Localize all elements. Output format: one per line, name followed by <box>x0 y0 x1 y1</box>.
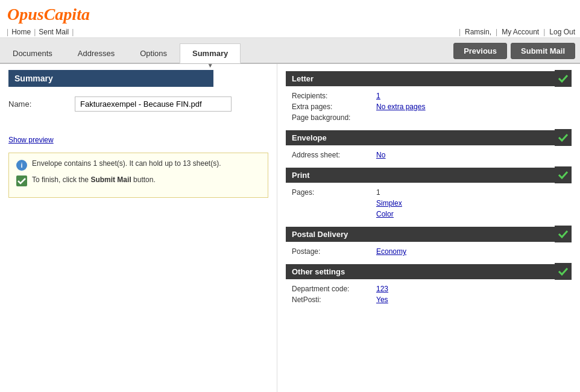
print-title: Print <box>286 168 555 183</box>
simplex-row: Simplex <box>286 198 572 209</box>
address-sheet-row: Address sheet: No <box>286 150 572 160</box>
name-label: Name: <box>8 100 75 109</box>
extra-pages-value[interactable]: No extra pages <box>376 103 425 111</box>
nav-sent-mail[interactable]: Sent Mail <box>39 28 69 36</box>
print-check-badge <box>555 166 572 183</box>
netposti-row: NetPosti: Yes <box>286 294 572 305</box>
postage-row: Postage: Economy <box>286 246 572 257</box>
postal-section: Postal Delivery Postage: Economy <box>286 226 572 257</box>
envelope-section: Envelope Address sheet: No <box>286 129 572 160</box>
other-settings-section: Other settings Department code: 123 NetP… <box>286 263 572 305</box>
letter-section: Letter Recipients: 1 Extra pages: No ext… <box>286 70 572 123</box>
name-input[interactable] <box>75 96 232 112</box>
postage-value[interactable]: Economy <box>376 247 406 256</box>
department-code-row: Department code: 123 <box>286 283 572 294</box>
svg-rect-5 <box>556 265 570 278</box>
letter-title: Letter <box>286 71 555 86</box>
nav-my-account[interactable]: My Account <box>502 28 539 36</box>
svg-rect-0 <box>16 175 27 186</box>
envelope-check-badge <box>555 129 572 146</box>
info-message: Envelope contains 1 sheet(s). It can hol… <box>32 159 221 168</box>
nav-home[interactable]: Home <box>11 28 31 36</box>
check-icon-small <box>16 175 27 186</box>
username-label: Ramsin, <box>465 28 491 36</box>
extra-pages-row: Extra pages: No extra pages <box>286 101 572 112</box>
recipients-row: Recipients: 1 <box>286 90 572 101</box>
info-box: i Envelope contains 1 sheet(s). It can h… <box>8 153 268 198</box>
tab-summary[interactable]: Summary <box>180 43 241 63</box>
page-background-row: Page background: <box>286 112 572 123</box>
tab-options[interactable]: Options <box>127 43 180 63</box>
color-value[interactable]: Color <box>376 210 394 218</box>
tab-documents[interactable]: Documents <box>0 43 65 63</box>
department-code-value[interactable]: 123 <box>376 285 388 293</box>
submit-mail-button[interactable]: Submit Mail <box>511 43 575 59</box>
nav-log-out[interactable]: Log Out <box>549 28 575 36</box>
simplex-value[interactable]: Simplex <box>376 199 402 207</box>
svg-rect-2 <box>556 131 570 144</box>
top-nav-bar: | Home | Sent Mail | | Ramsin, | My Acco… <box>0 27 580 38</box>
finish-message: To finish, click the Submit Mail button. <box>32 175 156 184</box>
svg-rect-4 <box>556 227 570 241</box>
color-row: Color <box>286 209 572 220</box>
previous-button[interactable]: Previous <box>453 43 507 59</box>
envelope-title: Envelope <box>286 130 555 145</box>
info-icon: i <box>16 160 27 171</box>
recipients-value[interactable]: 1 <box>376 92 380 100</box>
netposti-value[interactable]: Yes <box>376 296 388 304</box>
svg-rect-3 <box>556 168 570 182</box>
postal-check-badge <box>555 226 572 242</box>
letter-check-badge <box>555 70 572 87</box>
other-settings-title: Other settings <box>286 264 555 279</box>
postal-title: Postal Delivery <box>286 227 555 242</box>
print-section: Print Pages: 1 Simplex Color <box>286 166 572 220</box>
tab-addresses[interactable]: Addresses <box>65 43 127 63</box>
show-preview-link[interactable]: Show preview <box>8 136 54 144</box>
logo: OpusCapita <box>7 5 90 24</box>
pages-row: Pages: 1 <box>286 187 572 198</box>
svg-rect-1 <box>556 72 570 85</box>
other-settings-check-badge <box>555 263 572 280</box>
summary-section-title: Summary <box>8 70 213 87</box>
address-sheet-value[interactable]: No <box>376 151 385 159</box>
